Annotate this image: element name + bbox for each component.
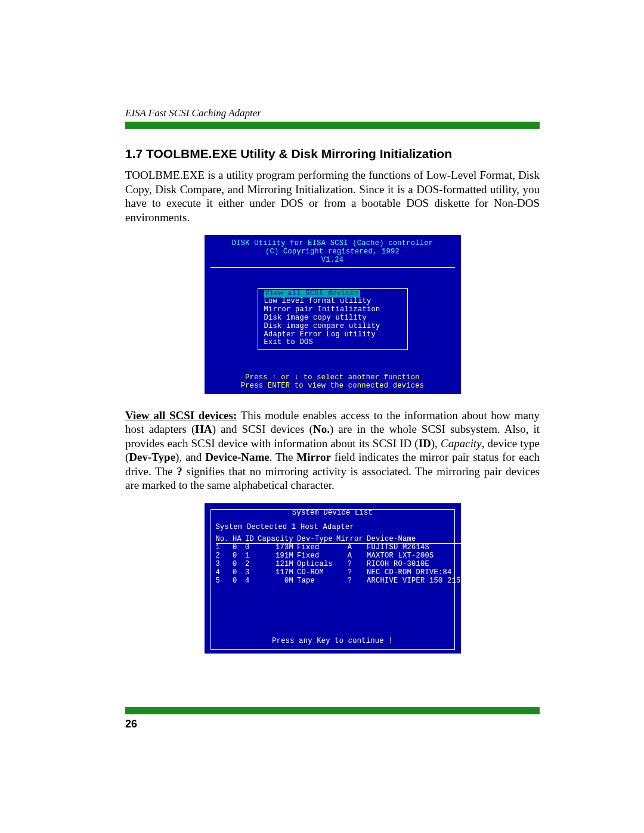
- col-devname: Device-Name: [367, 535, 473, 544]
- dos-hint-line: Press ↑ or ↓ to select another function: [210, 374, 455, 382]
- device-list-title: System Device List: [216, 509, 450, 518]
- intro-paragraph: TOOLBME.EXE is a utility program perform…: [125, 168, 540, 224]
- dos-version-line: V1.24: [210, 256, 455, 265]
- dos-title-line: DISK Utility for EISA SCSI (Cache) contr…: [210, 240, 455, 248]
- col-mirror: Mirror: [336, 535, 367, 544]
- col-ha: HA: [233, 535, 245, 544]
- page-footer: 26: [125, 707, 540, 730]
- dos-menu-box: View all SCSI devices Low level format u…: [258, 288, 408, 351]
- menu-item[interactable]: Exit to DOS: [264, 339, 401, 347]
- bottom-green-rule: [125, 707, 540, 714]
- col-no: No.: [216, 535, 233, 544]
- col-id: ID: [245, 535, 258, 544]
- menu-item[interactable]: Mirror pair Initialization: [264, 306, 401, 314]
- table-row: 403117MCD-ROM?NEC CD-ROM DRIVE:84: [216, 569, 473, 577]
- top-green-rule: [125, 122, 540, 129]
- menu-item[interactable]: Disk image copy utility: [264, 314, 401, 323]
- page-number: 26: [125, 718, 540, 730]
- table-row: 5040MTape?ARCHIVE VIPER 150 21531: [216, 577, 473, 586]
- host-adapter-detected: System Dectected 1 Host Adapter: [216, 524, 450, 532]
- dos-screen-main-menu: DISK Utility for EISA SCSI (Cache) contr…: [205, 235, 461, 394]
- dos-hint-line: Press ENTER to view the connected device…: [210, 382, 455, 391]
- menu-item[interactable]: Low level format utility: [264, 298, 401, 306]
- device-table-header: No. HA ID Capacity Dev-Type Mirror Devic…: [216, 535, 473, 544]
- dos-copyright-line: (C) Copyright registered, 1992: [210, 248, 455, 256]
- table-row: 100173MFixedAFUJITSU M2614S: [216, 544, 473, 552]
- dos-divider: [210, 267, 455, 268]
- table-row: 201191MFixedAMAXTOR LXT-200S: [216, 552, 473, 561]
- view-devices-paragraph: View all SCSI devices: This module enabl…: [125, 408, 540, 493]
- dos-screen-2-wrapper: System Device List System Dectected 1 Ho…: [125, 503, 540, 654]
- manual-page: EISA Fast SCSI Caching Adapter 1.7 TOOLB…: [0, 0, 644, 790]
- dos-screen-device-list: System Device List System Dectected 1 Ho…: [205, 503, 461, 654]
- dos-screen-1-wrapper: DISK Utility for EISA SCSI (Cache) contr…: [125, 235, 540, 394]
- running-header: EISA Fast SCSI Caching Adapter: [125, 107, 540, 119]
- menu-item[interactable]: Disk image compare utility: [264, 323, 401, 331]
- col-capacity: Capacity: [258, 535, 297, 544]
- device-list-box: System Device List System Dectected 1 Ho…: [210, 509, 455, 650]
- device-table: No. HA ID Capacity Dev-Type Mirror Devic…: [216, 535, 473, 586]
- table-row: 302121MOpticals?RICOH RO-3010E: [216, 561, 473, 569]
- menu-item[interactable]: Adapter Error Log utility: [264, 331, 401, 339]
- press-any-key: Press any Key to continue !: [216, 637, 450, 646]
- lead-phrase: View all SCSI devices:: [125, 409, 237, 422]
- col-devtype: Dev-Type: [297, 535, 336, 544]
- menu-item-selected[interactable]: View all SCSI devices: [264, 290, 361, 298]
- section-title: 1.7 TOOLBME.EXE Utility & Disk Mirroring…: [125, 147, 540, 161]
